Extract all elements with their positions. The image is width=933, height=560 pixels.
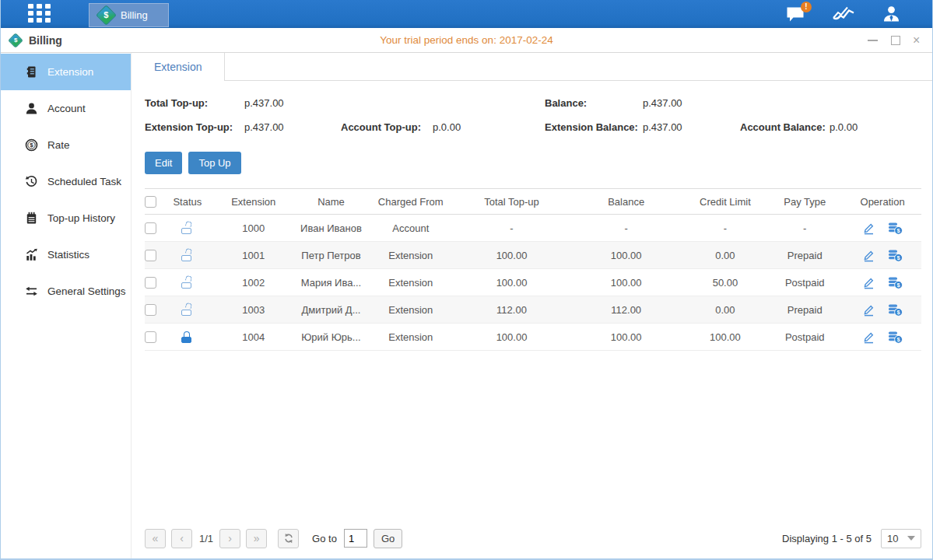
billing-dollar-diamond-icon: $ <box>96 5 117 26</box>
cell-total-topup: 100.00 <box>455 269 568 296</box>
cell-extension: 1001 <box>211 242 296 269</box>
main-content: Extension Total Top-up: p.437.00 Balance… <box>132 53 932 558</box>
top-up-row-icon[interactable]: $ <box>888 249 903 262</box>
cell-charged-from: Extension <box>366 269 455 296</box>
edit-button[interactable]: Edit <box>145 152 182 174</box>
account-balance-value: p.0.00 <box>830 121 921 133</box>
cell-charged-from: Extension <box>366 324 455 351</box>
sidebar-item-label: Rate <box>47 139 70 151</box>
goto-page-input[interactable] <box>344 529 367 548</box>
page-size-value: 10 <box>887 533 898 544</box>
cell-credit-limit: 100.00 <box>685 324 766 351</box>
edit-row-icon[interactable] <box>862 303 875 317</box>
last-page-button[interactable]: » <box>246 529 267 548</box>
status-lock-icon <box>181 331 194 343</box>
cell-total-topup: 112.00 <box>455 296 568 324</box>
balance-value: p.437.00 <box>643 97 740 109</box>
notifications-icon[interactable]: ! <box>786 6 805 23</box>
summary-panel: Total Top-up: p.437.00 Balance: p.437.00… <box>132 81 932 139</box>
next-page-button[interactable]: › <box>219 529 240 548</box>
sidebar-item-general-settings[interactable]: General Settings <box>1 273 131 310</box>
rate-dollar-icon: $ <box>25 138 38 152</box>
col-name: Name <box>296 189 367 215</box>
cell-extension: 1000 <box>211 215 296 242</box>
cell-charged-from: Account <box>366 215 455 242</box>
person-icon <box>25 102 38 115</box>
select-all-checkbox[interactable] <box>145 196 156 208</box>
sidebar: Extension Account $ Rate <box>1 53 132 558</box>
cell-pay-type: - <box>766 215 844 242</box>
row-checkbox[interactable] <box>145 304 156 316</box>
maximize-button[interactable] <box>890 35 900 45</box>
sidebar-item-label: Top-up History <box>47 212 115 224</box>
tab-extension[interactable]: Extension <box>132 53 225 81</box>
top-up-row-icon[interactable]: $ <box>888 303 903 317</box>
sidebar-item-scheduled-task[interactable]: Scheduled Task <box>1 163 131 200</box>
edit-row-icon[interactable] <box>862 222 875 235</box>
cell-balance: 100.00 <box>568 242 685 269</box>
sidebar-item-label: Extension <box>47 66 93 78</box>
first-page-button[interactable]: « <box>145 529 166 548</box>
sidebar-item-statistics[interactable]: Statistics <box>1 236 131 273</box>
app-launcher-grid-icon[interactable] <box>28 4 54 24</box>
app-window: $ Billing ! $ <box>0 0 933 560</box>
cell-pay-type: Prepaid <box>766 296 844 324</box>
col-status: Status <box>164 189 211 215</box>
page-size-select[interactable]: 10 <box>881 529 921 548</box>
cell-extension: 1003 <box>211 296 296 324</box>
table-row: 1000 Иван Иванов Account - - - - $ <box>145 215 921 242</box>
cell-total-topup: 100.00 <box>455 324 568 351</box>
edit-row-icon[interactable] <box>862 249 875 262</box>
top-up-button[interactable]: Top Up <box>188 152 240 174</box>
status-lock-icon <box>181 222 194 234</box>
row-checkbox[interactable] <box>145 277 156 289</box>
account-topup-value: p.0.00 <box>433 121 545 133</box>
cell-balance: - <box>568 215 685 242</box>
cell-extension: 1002 <box>211 269 296 296</box>
row-checkbox[interactable] <box>145 250 156 261</box>
user-account-icon[interactable] <box>882 5 901 23</box>
minimize-button[interactable] <box>868 35 878 45</box>
window-controls: × <box>868 35 923 45</box>
cell-pay-type: Postpaid <box>766 269 844 296</box>
app-tab-billing[interactable]: $ Billing <box>89 3 169 27</box>
top-up-row-icon[interactable]: $ <box>888 222 903 235</box>
cell-balance: 100.00 <box>568 269 685 296</box>
cell-pay-type: Postpaid <box>766 324 844 351</box>
prev-page-button[interactable]: ‹ <box>171 529 192 548</box>
refresh-button[interactable] <box>278 529 299 548</box>
table-row: 1001 Петр Петров Extension 100.00 100.00… <box>145 242 921 269</box>
resource-monitor-icon[interactable] <box>832 5 855 23</box>
ledger-icon <box>25 65 38 79</box>
sidebar-item-rate[interactable]: $ Rate <box>1 127 131 163</box>
edit-row-icon[interactable] <box>862 276 875 289</box>
cell-name: Мария Ива... <box>296 269 367 296</box>
cell-charged-from: Extension <box>366 296 455 324</box>
extension-topup-value: p.437.00 <box>244 121 341 133</box>
tabstrip: Extension <box>132 53 932 81</box>
top-up-row-icon[interactable]: $ <box>888 331 903 344</box>
row-checkbox[interactable] <box>145 222 156 234</box>
cell-credit-limit: 50.00 <box>685 269 766 296</box>
row-checkbox[interactable] <box>145 331 156 343</box>
close-button[interactable]: × <box>913 35 923 45</box>
extension-topup-label: Extension Top-up: <box>145 121 244 133</box>
app-tab-label: Billing <box>121 9 148 21</box>
cell-balance: 100.00 <box>568 324 685 351</box>
sidebar-item-topup-history[interactable]: Top-up History <box>1 200 131 236</box>
cell-total-topup: 100.00 <box>455 242 568 269</box>
sidebar-item-account[interactable]: Account <box>1 90 131 127</box>
topbar: $ Billing ! <box>1 0 932 28</box>
go-button[interactable]: Go <box>374 529 402 548</box>
status-lock-icon <box>181 277 194 289</box>
clock-icon <box>25 175 38 188</box>
edit-row-icon[interactable] <box>862 331 875 344</box>
col-total-topup: Total Top-up <box>455 189 568 215</box>
topbar-right-icons: ! <box>786 0 901 28</box>
sidebar-item-extension[interactable]: Extension <box>1 54 131 90</box>
col-operation: Operation <box>844 189 921 215</box>
cell-name: Юрий Юрь... <box>296 324 367 351</box>
top-up-row-icon[interactable]: $ <box>888 276 903 289</box>
sidebar-item-label: Scheduled Task <box>47 176 121 187</box>
col-credit-limit: Credit Limit <box>685 189 766 215</box>
